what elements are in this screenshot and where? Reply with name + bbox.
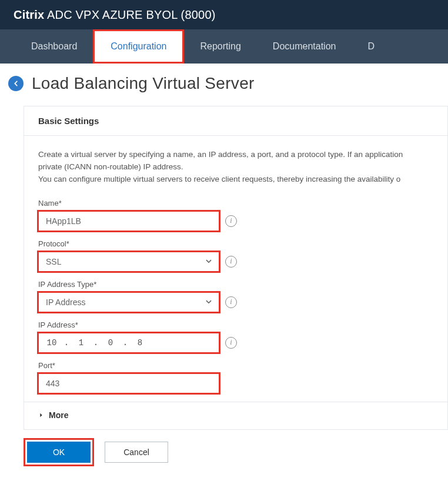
panel-description: Create a virtual server by specifying a …	[38, 149, 433, 186]
info-icon[interactable]: i	[225, 215, 237, 227]
name-input[interactable]	[38, 211, 219, 231]
iptype-label: IP Address Type*	[38, 280, 433, 289]
button-row: OK Cancel	[0, 430, 448, 477]
panel-header: Basic Settings	[24, 106, 447, 136]
cancel-button[interactable]: Cancel	[105, 442, 168, 463]
ip-dot: .	[119, 338, 131, 348]
nav-dashboard[interactable]: Dashboard	[15, 29, 93, 64]
ipaddress-label: IP Address*	[38, 320, 433, 329]
chevron-down-icon	[205, 258, 213, 266]
ip-octet-3[interactable]: 0	[105, 338, 116, 348]
protocol-select[interactable]: SSL	[38, 252, 219, 272]
panel-body: Create a virtual server by specifying a …	[24, 136, 447, 429]
field-ipaddress-group: IP Address* 10 . 1 . 0 . 8 i	[38, 320, 433, 353]
port-label: Port*	[38, 361, 433, 370]
iptype-value: IP Address	[46, 298, 85, 307]
back-button[interactable]	[8, 76, 24, 91]
page-header: Load Balancing Virtual Server	[0, 64, 448, 106]
field-port-group: Port*	[38, 361, 433, 393]
chevron-down-icon	[205, 298, 213, 306]
basic-settings-panel: Basic Settings Create a virtual server b…	[24, 106, 448, 430]
nav-configuration[interactable]: Configuration	[93, 29, 184, 64]
info-icon[interactable]: i	[225, 296, 237, 308]
more-label: More	[49, 410, 68, 420]
more-toggle[interactable]: More	[24, 402, 447, 429]
chevron-right-icon	[38, 412, 44, 418]
port-input[interactable]	[38, 373, 219, 393]
ip-dot: .	[90, 338, 102, 348]
field-protocol-group: Protocol* SSL i	[38, 239, 433, 272]
nav-downloads-truncated[interactable]: D	[352, 29, 390, 64]
page-title: Load Balancing Virtual Server	[32, 74, 255, 93]
field-name-group: Name* i	[38, 199, 433, 231]
nav-reporting[interactable]: Reporting	[184, 29, 256, 64]
panel-title: Basic Settings	[38, 116, 433, 126]
app-title: Citrix ADC VPX AZURE BYOL (8000)	[14, 8, 216, 22]
name-label: Name*	[38, 199, 433, 208]
ip-octet-2[interactable]: 1	[75, 338, 87, 348]
info-icon[interactable]: i	[225, 337, 237, 349]
ipaddress-input[interactable]: 10 . 1 . 0 . 8	[38, 333, 219, 353]
arrow-left-icon	[12, 79, 20, 88]
main-nav: Dashboard Configuration Reporting Docume…	[0, 29, 448, 64]
ip-octet-4[interactable]: 8	[134, 338, 146, 348]
ip-octet-1[interactable]: 10	[46, 338, 58, 348]
protocol-value: SSL	[46, 257, 61, 266]
ok-button-highlight: OK	[24, 438, 94, 466]
iptype-select[interactable]: IP Address	[38, 292, 219, 312]
nav-documentation[interactable]: Documentation	[257, 29, 352, 64]
ip-dot: .	[61, 338, 72, 348]
protocol-label: Protocol*	[38, 239, 433, 248]
app-header: Citrix ADC VPX AZURE BYOL (8000)	[0, 0, 448, 29]
field-iptype-group: IP Address Type* IP Address i	[38, 280, 433, 312]
info-icon[interactable]: i	[225, 256, 237, 268]
ok-button[interactable]: OK	[27, 442, 91, 463]
